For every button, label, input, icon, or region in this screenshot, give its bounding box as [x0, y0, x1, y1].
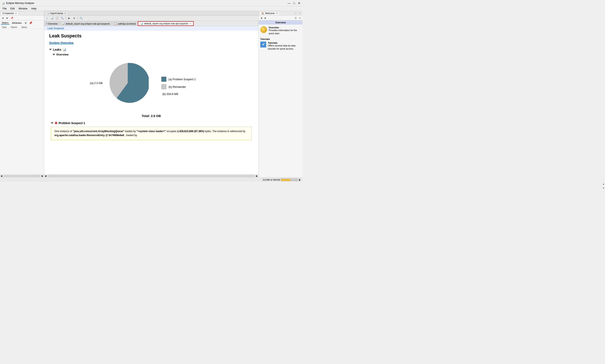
tab-default-report[interactable]: 📊 default_report org.eclipse.mat.api:sus…	[60, 21, 112, 26]
problem-suspect-header[interactable]: ⊗ Problem Suspect 1	[49, 121, 253, 125]
toolbar-info[interactable]: i	[45, 16, 49, 20]
memory-bar-fill	[281, 179, 291, 181]
tab-bar: ℹ Overview 📊 default_report org.eclipse.…	[44, 21, 258, 26]
legend-color-b	[161, 84, 166, 89]
menu-help[interactable]: Help	[30, 7, 38, 11]
right-icon1[interactable]: ☰	[294, 16, 297, 20]
toolbar-chart[interactable]: 📊	[50, 16, 54, 20]
tab-default-report2-close[interactable]: ✕	[190, 23, 191, 25]
tutorials-title: Tutorials	[268, 42, 301, 44]
statics-row: Statics Attributes 2 📌	[1, 21, 43, 25]
inspector-tab[interactable]: ℹ Inspector ✕	[1, 11, 19, 15]
right-panel-max[interactable]: □	[298, 11, 302, 15]
title-bar: 📊 Eclipse Memory Analyzer — □ ✕	[0, 0, 303, 6]
menu-bar: File Edit Window Help	[0, 6, 303, 11]
col-value: Value	[21, 26, 27, 28]
chart-legend: (a) Problem Suspect 1 (b) Remainder	[161, 77, 195, 89]
tab-overview-label: Overview	[48, 23, 58, 25]
breadcrumb-link[interactable]: Leak Suspects	[48, 27, 64, 30]
status-right: 2124M of 3641M 🗑	[263, 179, 301, 181]
toolbar-table[interactable]: 📋	[55, 16, 59, 20]
report-content: Leak Suspects System Overview Leaks 📊 Ov…	[44, 31, 258, 143]
tab-overview[interactable]: ℹ Overview	[44, 21, 60, 26]
tutorials-check-icon: ✔	[260, 42, 266, 48]
toolbar-sep2	[77, 17, 78, 20]
toolbar-inspect[interactable]: 🔍	[60, 16, 64, 20]
suspect-triangle	[51, 122, 53, 124]
menu-file[interactable]: File	[1, 7, 8, 11]
menu-window[interactable]: Window	[17, 7, 29, 11]
welcome-tab-close[interactable]: ✕	[276, 12, 278, 14]
chart-total: Total: 2.6 GB	[142, 114, 161, 118]
tab-default-report2[interactable]: 📊 default_report org.eclipse.mat.api:sus…	[138, 21, 194, 26]
toolbar-forward[interactable]: ▶	[5, 16, 9, 20]
suspect-class: "java.util.concurrent.ArrayBlockingQueue…	[73, 130, 124, 133]
suspect-desc-plain: One instance of	[54, 130, 73, 133]
tab-overview-icon: ℹ	[46, 22, 47, 25]
left-panel: ℹ Inspector ✕ ◀ ▶ 📌 Statics Attributes 2…	[0, 11, 44, 177]
tab-path2gc[interactable]: 📋 path2gc [context]	[112, 21, 138, 26]
toolbar-run[interactable]: ▶	[67, 16, 71, 20]
right-panel: 🏠 Welcome ✕ — □ ◀ ▶ ☰ ⇲ Overview	[258, 11, 303, 177]
suspect-box: One instance of "java.util.concurrent.Ar…	[51, 127, 252, 140]
inspector-tab-bar: ℹ Inspector ✕	[0, 11, 44, 15]
overview-circle-icon	[260, 26, 267, 33]
center-panel: 🗂 hypc4.dump ✕ i 📊 📋 🔍 ▶ ▼ 🔍 ℹ Overview	[44, 11, 258, 177]
overview-section-header[interactable]: Overview	[49, 53, 253, 56]
left-scrollbar[interactable]: ◀ ▶	[0, 174, 44, 177]
suspect-ref-suffix: , loaded by	[124, 134, 137, 137]
scroll-right-arrow[interactable]: ▶	[41, 175, 44, 177]
scroll-right[interactable]: ▶	[256, 175, 258, 177]
right-panel-min[interactable]: —	[294, 11, 297, 15]
tutorials-desc: Offers several step-by-step tutorials fo…	[268, 44, 301, 51]
suspect-loaded-by-prefix: loaded by	[124, 130, 137, 133]
right-icon2[interactable]: ⇲	[298, 16, 302, 20]
inspector-tab-close[interactable]: ✕	[15, 12, 17, 14]
pie-chart-container: (a) 2.3 GB (b) 334.8 MB	[107, 62, 149, 104]
memory-bar	[281, 179, 298, 181]
welcome-tab[interactable]: 🏠 Welcome ✕	[259, 11, 280, 15]
right-back-btn[interactable]: ◀	[259, 16, 263, 20]
right-forward-btn[interactable]: ▶	[264, 16, 267, 20]
menu-edit[interactable]: Edit	[9, 7, 16, 11]
right-panel-toolbar: ◀ ▶ ☰ ⇲	[258, 15, 303, 20]
overview-triangle	[52, 54, 55, 55]
file-tab[interactable]: 🗂 hypc4.dump ✕	[45, 11, 68, 15]
overview-title: Overview	[269, 26, 301, 29]
problem-suspect-title: Problem Suspect 1	[59, 121, 85, 125]
welcome-tutorials-text: Tutorials Offers several step-by-step tu…	[268, 42, 301, 51]
scroll-left[interactable]: ◀	[44, 175, 47, 177]
minimize-button[interactable]: —	[287, 1, 291, 5]
content-area[interactable]: Leak Suspects Leak Suspects System Overv…	[44, 26, 258, 174]
status-bar: 2124M of 3641M 🗑	[0, 177, 303, 182]
system-overview-link[interactable]: System Overview	[49, 41, 253, 45]
toolbar-dropdown[interactable]: ▼	[72, 16, 76, 20]
tutorials-header: Tutorials	[260, 38, 301, 40]
attributes-badge: 2	[24, 22, 27, 24]
inspector-tab-label: Inspector	[4, 12, 14, 14]
attributes-tab[interactable]: Attributes	[11, 21, 23, 24]
close-button[interactable]: ✕	[297, 1, 301, 5]
title-bar-controls: — □ ✕	[287, 1, 301, 5]
inspector-toolbar: ◀ ▶ 📌	[0, 15, 44, 20]
file-tab-close[interactable]: ✕	[64, 12, 66, 14]
pie-svg	[107, 62, 149, 104]
overview-label: Overview	[56, 53, 68, 56]
toolbar-back[interactable]: ◀	[1, 16, 5, 20]
tab-path2gc-label: path2gc [context]	[118, 23, 136, 25]
scroll-left-arrow[interactable]: ◀	[0, 175, 3, 177]
statics-tab[interactable]: Statics	[1, 21, 10, 25]
right-toolbar-actions: ☰ ⇲	[294, 16, 302, 20]
toolbar-search[interactable]: 🔍	[79, 16, 83, 20]
welcome-overview-text: Overview Provides information for the qu…	[269, 26, 301, 35]
center-bottom-scroll[interactable]: ◀ ▶	[44, 174, 258, 177]
leaks-section-header[interactable]: Leaks 📊	[49, 48, 253, 51]
tab-path2gc-icon: 📋	[114, 22, 117, 25]
chart-label-b: (b) 334.8 MB	[162, 92, 178, 96]
leaks-label: Leaks	[53, 48, 61, 51]
maximize-button[interactable]: □	[292, 1, 296, 5]
right-panel-controls: — □	[294, 11, 302, 15]
toolbar-pin[interactable]: 📌	[10, 16, 14, 20]
tab-default-report-label: default_report org.eclipse.mat.api:suspe…	[66, 23, 110, 25]
gc-icon[interactable]: 🗑	[298, 179, 301, 181]
